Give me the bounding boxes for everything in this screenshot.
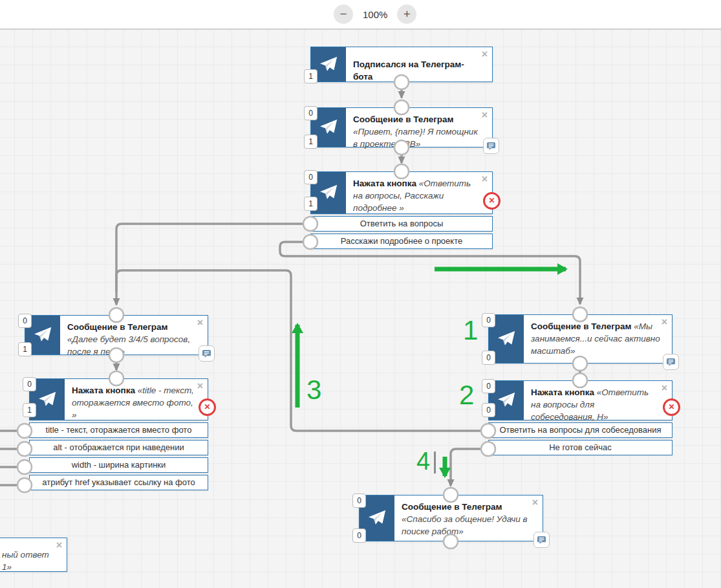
node-message-my-zanimaemsya[interactable]: Сообщение в Телеграм «Мы занимаемся...и … (488, 314, 673, 364)
annotation-number-1: 1 (463, 317, 478, 344)
close-icon[interactable]: × (662, 317, 667, 327)
remove-connection-icon[interactable]: ✕ (483, 192, 500, 210)
remove-connection-icon[interactable]: ✕ (199, 398, 216, 416)
close-icon[interactable]: × (482, 110, 488, 120)
close-icon[interactable]: × (532, 497, 538, 508)
counter-badge: 1 (23, 403, 36, 417)
close-icon[interactable]: × (197, 381, 203, 391)
node-title: Сообщение в Телеграм «Далее будет 3/4/5 … (60, 316, 208, 354)
close-icon[interactable]: × (482, 174, 488, 184)
node-button-sobesedovanie[interactable]: Нажата кнопка «Ответить на вопросы для с… (488, 380, 673, 455)
counter-badge: 0 (352, 494, 366, 508)
counter-badge: 0 (482, 351, 495, 365)
annotation-number-3: 3 (307, 376, 321, 404)
bot-button-row[interactable]: width - ширина картинки (29, 457, 208, 473)
comment-bubble-icon[interactable] (663, 354, 679, 370)
annotation-number-4: 4 (416, 449, 430, 474)
node-title: Сообщение в Телеграм «Мы занимаемся...и … (524, 315, 672, 363)
node-subscribed-trigger[interactable]: Подписался на Телеграм-бота × 1 (310, 47, 493, 82)
counter-badge: 0 (304, 170, 317, 184)
text-caret (434, 452, 436, 474)
comment-bubble-icon[interactable] (199, 345, 215, 362)
close-icon[interactable]: × (56, 540, 62, 550)
node-title: Нажата кнопка «Ответить на вопросы для с… (524, 381, 672, 420)
bot-button-row[interactable]: alt - отображается при наведении (29, 440, 208, 455)
bot-button-row[interactable]: Не готов сейчас (488, 440, 673, 455)
counter-badge: 0 (18, 314, 32, 328)
counter-badge: 1 (304, 197, 317, 211)
bot-button-row[interactable]: Расскажи подробнее о проекте (310, 234, 493, 249)
node-title: Сообщение в Телеграм «Привет, {name}! Я … (346, 108, 492, 147)
counter-badge: 0 (482, 379, 495, 393)
bot-button-row[interactable]: Ответить на вопросы для собеседования (488, 422, 673, 438)
counter-badge: 1 (18, 342, 32, 356)
node-title: Нажата кнопка «title - текст, оторажаетс… (65, 379, 208, 420)
node-message-spasibo[interactable]: Сообщение в Телеграм «Спасибо за общение… (359, 495, 543, 541)
top-toolbar: − 100% + (0, 0, 721, 30)
node-button-title[interactable]: Нажата кнопка «title - текст, оторажаетс… (29, 378, 208, 490)
remove-connection-icon[interactable]: ✕ (663, 398, 680, 416)
zoom-level-label: 100% (363, 9, 387, 20)
bot-button-row[interactable]: title - текст, оторажается вместо фото (29, 422, 208, 438)
node-message-dalee[interactable]: Сообщение в Телеграм «Далее будет 3/4/5 … (25, 315, 208, 355)
close-icon[interactable]: × (197, 318, 203, 328)
bot-button-row[interactable]: атрибут href указывает ссылку на фото (29, 475, 208, 490)
node-title: Нажата кнопка «Ответить на вопросы, Расс… (346, 172, 492, 213)
node-button-otvetit[interactable]: Нажата кнопка «Ответить на вопросы, Расс… (310, 171, 493, 249)
zoom-out-button[interactable]: − (334, 5, 353, 24)
counter-badge: 1 (304, 69, 317, 83)
bot-button-row[interactable]: Ответить на вопросы (310, 216, 493, 232)
node-message-privet[interactable]: Сообщение в Телеграм «Привет, {name}! Я … (310, 107, 493, 147)
close-icon[interactable]: × (482, 49, 488, 60)
comment-bubble-icon[interactable] (533, 532, 550, 548)
counter-badge: 0 (352, 528, 366, 543)
flow-canvas[interactable]: Подписался на Телеграм-бота × 1 Сообщени… (0, 0, 721, 588)
node-title: Подписался на Телеграм-бота (346, 47, 492, 82)
counter-badge: 0 (482, 313, 495, 327)
node-title: Сообщение в Телеграм «Спасибо за общение… (394, 495, 543, 541)
comment-bubble-icon[interactable] (483, 138, 499, 154)
zoom-in-button[interactable]: + (397, 5, 416, 24)
annotation-number-2: 2 (459, 382, 474, 409)
close-icon[interactable]: × (662, 383, 667, 393)
counter-badge: 0 (482, 403, 495, 417)
counter-badge: 0 (304, 106, 317, 120)
node-partial-otvet[interactable]: ный ответ 1» × (0, 538, 67, 572)
counter-badge: 1 (304, 135, 317, 149)
counter-badge: 0 (23, 377, 36, 391)
